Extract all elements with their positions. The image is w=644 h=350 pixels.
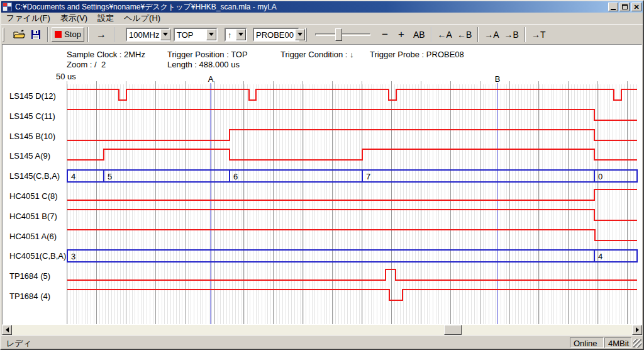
chevron-down-icon — [209, 33, 214, 36]
zoom-out-button[interactable]: − — [379, 27, 391, 42]
save-button[interactable] — [28, 27, 44, 42]
stop-icon — [55, 31, 62, 38]
toolbar-separator — [477, 27, 479, 42]
chevron-down-icon — [238, 33, 243, 36]
scrollbar-track[interactable] — [12, 325, 632, 335]
bus-value: 0 — [598, 172, 602, 181]
menu-view[interactable]: 表示(V) — [55, 12, 92, 25]
bus-value: 6 — [233, 172, 238, 181]
sample-clock-value: 100MHz — [127, 29, 160, 40]
toolbar-separator — [431, 27, 432, 42]
time-scale-label: 50 us — [56, 72, 76, 81]
toolbar-separator — [114, 27, 115, 42]
close-button[interactable]: ✕ — [631, 3, 641, 11]
chevron-down-icon — [297, 33, 303, 36]
scrollbar-thumb[interactable] — [444, 325, 462, 335]
toolbar: Stop → 100MHz TOP ↑ PROBE00 − + AB — [1, 24, 643, 44]
goto-a-right-button[interactable]: →A — [482, 27, 501, 42]
chevron-down-icon — [163, 33, 168, 36]
status-memory-badge: 4MBit — [604, 337, 631, 348]
goto-trigger-button[interactable]: →T — [529, 27, 548, 42]
trigger-position-combobox[interactable]: TOP — [174, 28, 218, 42]
combo-dropdown-button[interactable] — [236, 29, 246, 40]
menu-bar: ファイル(F) 表示(V) 設定 ヘルプ(H) — [1, 13, 643, 24]
sample-clock-combobox[interactable]: 100MHz — [126, 28, 170, 42]
goto-b-left-button[interactable]: ←B — [455, 27, 474, 42]
save-floppy-icon — [31, 30, 41, 40]
scroll-left-button[interactable] — [2, 325, 12, 335]
bus-value: 7 — [366, 172, 370, 181]
maximize-icon — [622, 4, 628, 9]
trigger-edge-combobox[interactable]: ↑ — [225, 28, 247, 42]
cursor-a-label: A — [208, 74, 214, 84]
open-folder-icon — [13, 30, 26, 40]
grid — [67, 81, 637, 324]
run-arrow-icon: → — [96, 29, 106, 40]
menu-help[interactable]: ヘルプ(H) — [119, 12, 165, 25]
toolbar-separator — [525, 27, 526, 42]
status-bar: レディ Online 4MBit — [1, 335, 643, 349]
status-online-badge: Online — [570, 337, 604, 348]
menu-file[interactable]: ファイル(F) — [1, 12, 55, 25]
menu-settings[interactable]: 設定 — [92, 12, 119, 25]
zoom-slider-thumb[interactable] — [335, 28, 342, 41]
bus-value: 5 — [108, 172, 112, 181]
trigger-probe-combobox[interactable]: PROBE00 — [253, 28, 299, 42]
waveform-panel: Sample Clock : 2MHz Trigger Position : T… — [2, 44, 642, 325]
arrow-left-icon — [6, 327, 9, 332]
toolbar-grip[interactable] — [305, 28, 307, 42]
goto-b-right-button[interactable]: →B — [502, 27, 521, 42]
open-file-button[interactable] — [11, 27, 28, 42]
bus-value: 3 — [71, 252, 75, 261]
combo-dropdown-button[interactable] — [160, 29, 170, 40]
title-bar: C:¥Documents and Settings¥noname¥デスクトップ¥… — [1, 1, 643, 13]
ab-button[interactable]: AB — [411, 27, 428, 42]
zoom-in-button[interactable]: + — [396, 27, 407, 42]
bus-value: 4 — [71, 172, 75, 181]
combo-dropdown-button[interactable] — [206, 29, 216, 40]
combo-dropdown-button[interactable] — [295, 29, 305, 40]
bus-value: 4 — [598, 252, 602, 261]
zoom-slider[interactable] — [315, 28, 370, 42]
stop-label: Stop — [64, 30, 81, 39]
app-icon — [3, 2, 13, 12]
status-ready-text: レディ — [6, 338, 31, 349]
minimize-button[interactable] — [608, 3, 618, 11]
trigger-probe-value: PROBE00 — [254, 29, 295, 40]
cursor-b-label: B — [495, 74, 501, 84]
toolbar-separator — [47, 27, 48, 42]
trigger-position-value: TOP — [175, 29, 206, 40]
maximize-button[interactable] — [619, 3, 630, 11]
toolbar-grip[interactable] — [3, 28, 4, 42]
app-window: C:¥Documents and Settings¥noname¥デスクトップ¥… — [0, 0, 644, 350]
minimize-icon — [611, 9, 616, 10]
arrow-right-icon — [636, 327, 639, 332]
resize-grip[interactable] — [633, 339, 641, 347]
goto-a-left-button[interactable]: ←A — [435, 27, 455, 42]
scroll-right-button[interactable] — [632, 325, 642, 335]
trigger-edge-value: ↑ — [226, 29, 236, 40]
zoom-slider-track — [315, 33, 370, 36]
run-button[interactable]: → — [92, 27, 111, 42]
toolbar-separator — [87, 27, 89, 42]
horizontal-scrollbar[interactable] — [2, 325, 642, 335]
stop-button[interactable]: Stop — [52, 27, 84, 42]
close-icon: ✕ — [633, 4, 639, 10]
window-title: C:¥Documents and Settings¥noname¥デスクトップ¥… — [15, 2, 607, 13]
waveform-canvas[interactable]: 50 usAB4567034 — [3, 45, 641, 324]
